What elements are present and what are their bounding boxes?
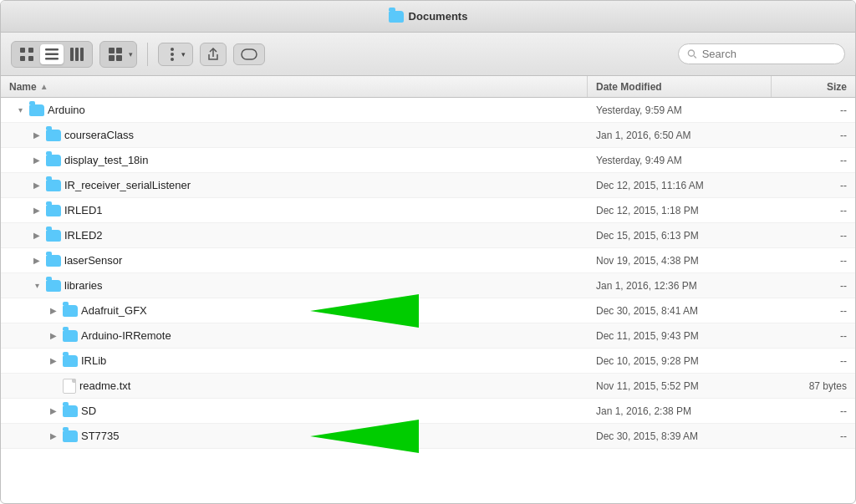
folder-icon	[46, 205, 61, 216]
table-row[interactable]: ▶IRLED2Dec 15, 2015, 6:13 PM--	[1, 223, 855, 248]
table-row[interactable]: ▶IRLED1Dec 12, 2015, 1:18 PM--	[1, 198, 855, 223]
file-name-label: Arduino	[48, 104, 85, 116]
date-modified-cell: Dec 30, 2015, 8:41 AM	[588, 305, 772, 317]
file-name-label: IRLib	[81, 354, 106, 367]
size-column-header[interactable]: Size	[772, 76, 855, 97]
table-row[interactable]: ▾librariesJan 1, 2016, 12:36 PM--	[1, 273, 855, 298]
svg-rect-11	[116, 48, 122, 53]
expand-arrow[interactable]: ▶	[48, 355, 59, 367]
folder-icon	[46, 130, 61, 141]
size-cell: --	[772, 330, 855, 342]
title-folder-icon	[389, 11, 404, 23]
file-icon	[63, 379, 76, 394]
table-row[interactable]: ▶IRLibDec 10, 2015, 9:28 PM--	[1, 349, 855, 374]
date-modified-cell: Jan 1, 2016, 12:36 PM	[588, 280, 772, 292]
date-modified-cell: Jan 1, 2016, 6:50 AM	[588, 130, 772, 141]
date-modified-cell: Yesterday, 9:59 AM	[588, 104, 772, 116]
table-row[interactable]: readme.txtNov 11, 2015, 5:52 PM87 bytes	[1, 374, 855, 399]
name-column-header[interactable]: Name ▲	[1, 76, 588, 97]
svg-rect-3	[28, 56, 33, 61]
file-name-cell: ▶IRLib	[1, 354, 588, 367]
svg-rect-0	[20, 48, 25, 53]
folder-icon	[63, 330, 78, 342]
title-bar: Documents	[1, 1, 855, 33]
share-btn[interactable]	[200, 43, 227, 66]
table-row[interactable]: ▶Adafruit_GFXDec 30, 2015, 8:41 AM--	[1, 298, 855, 323]
svg-rect-6	[45, 58, 59, 60]
size-cell: --	[772, 405, 855, 417]
table-row[interactable]: ▶display_test_18inYesterday, 9:49 AM--	[1, 148, 855, 173]
view-mode-group	[11, 41, 93, 68]
expand-arrow[interactable]: ▶	[48, 330, 59, 342]
folder-icon	[46, 155, 61, 166]
expand-arrow[interactable]: ▾	[14, 104, 26, 116]
file-name-cell: ▾libraries	[1, 279, 588, 292]
size-cell: --	[772, 104, 855, 116]
file-name-label: libraries	[64, 279, 103, 292]
expand-arrow[interactable]: ▶	[48, 430, 59, 442]
folder-icon	[63, 430, 78, 442]
folder-icon	[46, 255, 61, 267]
date-column-header[interactable]: Date Modified	[588, 76, 772, 97]
folder-icon	[46, 230, 61, 242]
expand-arrow[interactable]: ▶	[31, 255, 43, 267]
file-list: ▾ArduinoYesterday, 9:59 AM--▶courseraCla…	[1, 98, 855, 504]
file-name-label: Adafruit_GFX	[81, 304, 147, 317]
table-row[interactable]: ▶Arduino-IRRemoteDec 11, 2015, 9:43 PM--	[1, 323, 855, 349]
expand-arrow[interactable]: ▶	[31, 130, 43, 141]
list-view-btn[interactable]	[40, 44, 64, 64]
expand-arrow[interactable]: ▶	[31, 230, 43, 242]
table-row[interactable]: ▶laserSensorNov 19, 2015, 4:38 PM--	[1, 248, 855, 273]
expand-arrow[interactable]: ▶	[31, 205, 43, 216]
column-view-btn[interactable]	[65, 44, 89, 64]
file-name-label: readme.txt	[79, 379, 130, 392]
search-box[interactable]	[678, 43, 845, 64]
size-cell: --	[772, 155, 855, 166]
expand-arrow[interactable]: ▶	[31, 180, 43, 191]
table-row[interactable]: ▶courseraClassJan 1, 2016, 6:50 AM--	[1, 123, 855, 148]
size-cell: --	[772, 305, 855, 317]
svg-rect-8	[75, 48, 79, 61]
size-cell: --	[772, 230, 855, 242]
file-name-cell: ▶courseraClass	[1, 129, 588, 141]
column-headers: Name ▲ Date Modified Size	[1, 76, 855, 98]
icon-view-btn[interactable]	[15, 44, 38, 64]
expand-arrow[interactable]: ▶	[48, 305, 59, 317]
date-modified-cell: Jan 1, 2016, 2:38 PM	[588, 405, 772, 417]
svg-rect-9	[80, 48, 84, 61]
search-input[interactable]	[702, 48, 836, 60]
tag-btn[interactable]	[233, 43, 265, 65]
file-name-cell: readme.txt	[1, 379, 588, 394]
table-row[interactable]: ▾ArduinoYesterday, 9:59 AM--	[1, 98, 855, 123]
file-name-label: laserSensor	[64, 254, 122, 267]
svg-rect-13	[116, 55, 122, 61]
svg-point-16	[171, 58, 174, 61]
size-cell: --	[772, 280, 855, 292]
file-name-label: courseraClass	[64, 129, 134, 141]
table-row[interactable]: ▶ST7735Dec 30, 2015, 8:39 AM--	[1, 424, 855, 449]
gallery-view-group: ▾	[99, 41, 137, 68]
svg-line-19	[694, 56, 696, 59]
action-btn[interactable]: ▾	[158, 43, 193, 66]
date-modified-cell: Dec 30, 2015, 8:39 AM	[588, 430, 772, 442]
svg-point-15	[171, 48, 174, 51]
expand-arrow[interactable]: ▶	[31, 155, 43, 166]
date-modified-cell: Dec 12, 2015, 1:18 PM	[588, 205, 772, 216]
folder-icon	[29, 104, 44, 116]
toolbar: ▾ ▾	[1, 33, 855, 76]
table-row[interactable]: ▶IR_receiver_serialListenerDec 12, 2015,…	[1, 173, 855, 198]
date-modified-cell: Dec 15, 2015, 6:13 PM	[588, 230, 772, 242]
file-name-cell: ▶laserSensor	[1, 254, 588, 267]
file-name-cell: ▶IRLED1	[1, 204, 588, 216]
expand-arrow[interactable]: ▾	[31, 280, 43, 292]
table-row[interactable]: ▶SDJan 1, 2016, 2:38 PM--	[1, 399, 855, 424]
folder-icon	[46, 280, 61, 292]
expand-arrow[interactable]: ▶	[48, 405, 59, 417]
file-name-cell: ▶IR_receiver_serialListener	[1, 179, 588, 191]
size-cell: --	[772, 180, 855, 191]
date-modified-cell: Dec 10, 2015, 9:28 PM	[588, 355, 772, 367]
svg-rect-4	[45, 48, 59, 51]
search-icon	[687, 48, 697, 59]
folder-icon	[63, 305, 78, 317]
gallery-view-btn[interactable]	[104, 44, 127, 64]
